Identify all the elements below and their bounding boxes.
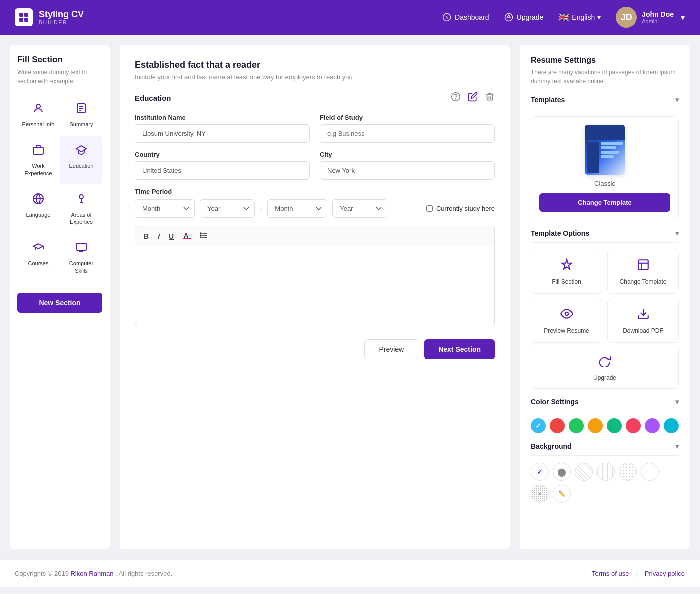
- center-desc: Include your first and last name at leas…: [135, 73, 495, 81]
- bg-pattern-6[interactable]: ✦: [531, 485, 549, 503]
- areas-of-expertise-label: Areas of Experties: [65, 211, 98, 226]
- bg-none[interactable]: [531, 463, 549, 481]
- svg-point-24: [200, 237, 202, 238]
- language-label: English: [572, 13, 595, 21]
- change-template-card-icon: [637, 258, 650, 274]
- education-label: Education: [70, 162, 94, 169]
- user-menu[interactable]: JD John Doe Admin ▾: [616, 7, 685, 28]
- change-template-button[interactable]: Change Template: [540, 193, 670, 212]
- sidebar-item-work-experience[interactable]: Work Experience: [18, 136, 60, 184]
- courses-label: Courses: [28, 260, 49, 267]
- new-section-button[interactable]: New Section: [18, 293, 102, 313]
- city-label: City: [320, 151, 495, 158]
- svg-point-13: [80, 195, 84, 199]
- main-layout: Fill Section Write some dummy text to se…: [0, 35, 700, 559]
- color-green[interactable]: [569, 418, 584, 433]
- sidebar-item-language[interactable]: Language: [18, 185, 60, 233]
- next-section-button[interactable]: Next Section: [424, 339, 495, 359]
- upgrade-icon: [598, 354, 612, 370]
- end-month-select[interactable]: Month JanuaryFebruaryMarch AprilMayJune …: [268, 199, 328, 218]
- bg-pattern-3[interactable]: [597, 463, 615, 481]
- field-of-study-group: Field of Study: [320, 114, 495, 143]
- template-preview: Classic Change Template: [531, 116, 679, 220]
- template-options-header[interactable]: Template Options ▾: [531, 229, 679, 243]
- color-settings-section: Color Settings ▾: [531, 398, 679, 433]
- svg-rect-2: [20, 18, 24, 22]
- preview-resume-icon: [560, 307, 574, 323]
- color-blue[interactable]: [531, 418, 546, 433]
- section-header: Education: [135, 92, 495, 104]
- language-selector[interactable]: 🇬🇧 English ▾: [558, 12, 601, 23]
- sidebar-item-computer-skills[interactable]: Computer Skills: [60, 234, 102, 282]
- country-input[interactable]: [135, 161, 310, 180]
- templates-label: Templates: [531, 96, 565, 104]
- change-template-card[interactable]: Change Template: [608, 250, 679, 294]
- lang-chevron-icon: ▾: [598, 13, 601, 21]
- sidebar-item-areas-of-expertise[interactable]: Areas of Experties: [60, 185, 102, 233]
- delete-button[interactable]: [485, 92, 495, 104]
- upgrade-card[interactable]: Upgrade: [531, 347, 679, 389]
- color-teal[interactable]: [607, 418, 622, 433]
- description-textarea[interactable]: [135, 246, 495, 326]
- upgrade-label: Upgrade: [594, 374, 616, 381]
- color-rose[interactable]: [626, 418, 641, 433]
- color-settings-chevron-icon: ▾: [676, 398, 679, 406]
- institution-name-input[interactable]: [135, 124, 310, 143]
- bg-pattern-2[interactable]: [575, 463, 593, 481]
- start-year-select[interactable]: Year 202420232022 202120202019: [200, 199, 255, 218]
- svg-point-6: [36, 104, 40, 108]
- template-options-label: Template Options: [531, 229, 590, 237]
- template-options-section: Template Options ▾ Fill Section: [531, 229, 679, 389]
- bold-button[interactable]: B: [142, 231, 152, 241]
- color-cyan[interactable]: [664, 418, 679, 433]
- end-year-select[interactable]: Year 202420232022 202120202019: [332, 199, 388, 218]
- center-title: Established fact that a reader: [135, 60, 495, 70]
- preview-resume-card[interactable]: Preview Resume: [531, 299, 602, 343]
- text-toolbar: B I U A: [135, 226, 495, 246]
- logo-title: Styling CV: [39, 9, 84, 20]
- bg-pattern-1[interactable]: ⬤: [553, 463, 571, 481]
- sidebar-item-courses[interactable]: Courses: [18, 234, 60, 282]
- upgrade-nav[interactable]: Upgrade: [504, 13, 544, 22]
- color-purple[interactable]: [645, 418, 660, 433]
- author-link[interactable]: Rikon Rahman: [70, 570, 114, 577]
- fill-section-card[interactable]: Fill Section: [531, 250, 602, 294]
- currently-study-checkbox[interactable]: [426, 205, 433, 212]
- logo-sub: BUILDER: [39, 20, 84, 25]
- start-month-select[interactable]: Month JanuaryFebruaryMarch AprilMayJune …: [135, 199, 195, 218]
- underline-button[interactable]: U: [166, 231, 176, 241]
- edit-button[interactable]: [468, 92, 478, 104]
- section-name: Education: [135, 94, 172, 102]
- bg-pattern-7[interactable]: ✏️: [553, 485, 571, 503]
- bg-pattern-4[interactable]: [619, 463, 637, 481]
- terms-link[interactable]: Terms of use: [592, 570, 629, 577]
- italic-button[interactable]: I: [156, 231, 162, 241]
- svg-rect-3: [24, 18, 28, 22]
- background-header[interactable]: Background ▾: [531, 442, 679, 456]
- color-amber[interactable]: [588, 418, 603, 433]
- color-red[interactable]: [550, 418, 565, 433]
- privacy-link[interactable]: Privacy police: [645, 570, 685, 577]
- logo[interactable]: Styling CV BUILDER: [15, 8, 84, 26]
- list-button[interactable]: [198, 230, 210, 242]
- color-settings-header[interactable]: Color Settings ▾: [531, 398, 679, 411]
- field-of-study-input[interactable]: [320, 124, 495, 143]
- font-color-button[interactable]: A: [180, 230, 194, 242]
- user-role: Admin: [642, 18, 674, 24]
- dashboard-nav[interactable]: Dashboard: [442, 13, 490, 22]
- right-title: Resume Settings: [531, 56, 679, 65]
- bg-pattern-5[interactable]: [641, 463, 659, 481]
- center-panel: Established fact that a reader Include y…: [120, 45, 510, 549]
- download-pdf-card[interactable]: Download PDF: [608, 299, 679, 343]
- currently-study-label[interactable]: Currently study here: [426, 205, 495, 212]
- sidebar-item-summary[interactable]: Summary: [60, 95, 102, 135]
- footer: Copyrights © 2019 Rikon Rahman . All rig…: [0, 559, 700, 587]
- templates-header[interactable]: Templates ▾: [531, 96, 679, 109]
- preview-button[interactable]: Preview: [364, 339, 418, 359]
- city-input[interactable]: [320, 161, 495, 180]
- template-thumbnail: [585, 125, 625, 175]
- right-panel: Resume Settings There are many variation…: [520, 45, 690, 549]
- sidebar-item-personal-info[interactable]: Personal Info: [18, 95, 60, 135]
- help-button[interactable]: [451, 92, 461, 104]
- sidebar-item-education[interactable]: Education: [60, 136, 102, 184]
